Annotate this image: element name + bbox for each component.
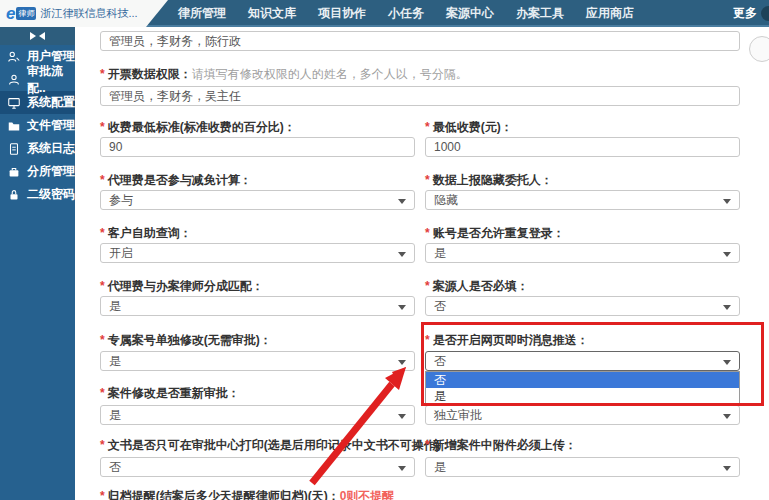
dropdown-caret-icon [398, 252, 406, 257]
dropdown-caret-icon [398, 199, 406, 204]
duplicate-login-label: *账号是否允许重复登录： [425, 225, 565, 242]
nav-item-case-tools[interactable]: 办案工具 [516, 5, 564, 22]
sidebar-item-system-log[interactable]: 系统日志 [0, 137, 75, 160]
lock-icon [7, 188, 21, 202]
app-logo: e 律师 浙江律联信息科技... [0, 0, 168, 27]
min-fee-input[interactable] [425, 137, 740, 157]
dropdown-caret-icon [723, 305, 731, 310]
hide-client-select[interactable]: 隐藏 [425, 190, 740, 210]
sidebar-item-label: 系统配置 [27, 94, 75, 111]
sidebar-collapse-button[interactable] [0, 27, 75, 45]
dropdown-caret-icon [723, 199, 731, 204]
archive-reminder-warning: 0则不提醒 [340, 489, 395, 500]
top-nav-menu: 律所管理 知识文库 项目协作 小任务 案源中心 办案工具 应用商店 [178, 0, 634, 27]
dropdown-caret-icon [723, 414, 731, 419]
dropdown-caret-icon [723, 252, 731, 257]
case-source-required-select[interactable]: 否 [425, 296, 740, 316]
duplicate-login-select[interactable]: 是 [425, 243, 740, 263]
sidebar-item-label: 审批流配.. [27, 63, 75, 97]
web-push-dropdown: 否 是 [425, 371, 740, 405]
fee-split-match-label: *代理费与办案律师分成匹配： [100, 278, 264, 295]
sidebar-item-approval-flow[interactable]: 审批流配.. [0, 68, 75, 91]
client-self-query-select[interactable]: 开启 [100, 243, 415, 263]
independent-approval-select[interactable]: 独立审批 [425, 405, 740, 425]
logo-badge: 律师 [16, 7, 36, 20]
case-source-required-label: *案源人是否必填： [425, 278, 529, 295]
dropdown-caret-icon [398, 360, 406, 365]
case-edit-reapproval-select[interactable]: 是 [100, 405, 415, 425]
web-push-select[interactable]: 否 [425, 351, 740, 371]
dropdown-caret-icon [723, 360, 731, 365]
nav-item-app-store[interactable]: 应用商店 [586, 5, 634, 22]
nav-item-knowledge-library[interactable]: 知识文库 [248, 5, 296, 22]
nav-item-project-collaboration[interactable]: 项目协作 [318, 5, 366, 22]
top-nav-right: 更多 [733, 0, 769, 27]
company-name: 浙江律联信息科技... [40, 6, 137, 21]
min-fee-label: *最低收费(元)： [425, 119, 513, 136]
dropdown-caret-icon [723, 466, 731, 471]
nav-item-firm-management[interactable]: 律所管理 [178, 5, 226, 22]
dropdown-option-yes[interactable]: 是 [426, 388, 739, 404]
sidebar: 用户管理 审批流配.. 系统配置 文件管理 系统日志 分所管理 二级密码 [0, 27, 75, 500]
avatar[interactable] [761, 6, 769, 21]
min-fee-standard-label: *收费最低标准(标准收费的百分比)： [100, 119, 296, 136]
archive-reminder-label: *归档提醒(结案后多少天提醒律师归档)(天)：0则不提醒 [100, 488, 394, 500]
sidebar-item-branch-management[interactable]: 分所管理 [0, 160, 75, 183]
invoice-permission-input[interactable] [100, 86, 740, 106]
hide-client-label: *数据上报隐藏委托人： [425, 172, 553, 189]
sidebar-item-label: 系统日志 [27, 140, 75, 157]
floating-widget-button[interactable] [749, 36, 769, 62]
top-nav: 律所管理 知识文库 项目协作 小任务 案源中心 办案工具 应用商店 更多 e 律… [0, 0, 769, 27]
document-print-select[interactable]: 否 [100, 457, 415, 477]
user-icon [7, 50, 21, 64]
invoice-permission-label: *开票数据权限：请填写有修改权限的人的姓名，多个人以，号分隔。 [100, 66, 468, 83]
client-self-query-label: *客户自助查询： [100, 225, 192, 242]
min-fee-standard-input[interactable] [100, 137, 415, 157]
fee-split-match-select[interactable]: 是 [100, 296, 415, 316]
sidebar-item-label: 二级密码 [27, 186, 75, 203]
invoice-permission-hint: 请填写有修改权限的人的姓名，多个人以，号分隔。 [192, 67, 468, 81]
log-icon [7, 142, 21, 156]
document-print-label: *文书是否只可在审批中心打印(选是后用印记录中文书不可操作)： [100, 437, 452, 454]
attachment-required-select[interactable]: 是 [425, 457, 740, 477]
required-marker: * [100, 67, 105, 81]
nav-item-small-tasks[interactable]: 小任务 [388, 5, 424, 22]
collapse-left-icon [39, 32, 45, 40]
admins-input[interactable] [100, 31, 740, 51]
case-number-edit-select[interactable]: 是 [100, 351, 415, 371]
sidebar-item-system-config[interactable]: 系统配置 [0, 91, 75, 114]
dropdown-caret-icon [398, 305, 406, 310]
collapse-right-icon [30, 32, 36, 40]
system-config-icon [7, 96, 21, 110]
sidebar-item-label: 分所管理 [27, 163, 75, 180]
case-number-edit-label: *专属案号单独修改(无需审批)： [100, 332, 272, 349]
logo-e-icon: e [6, 4, 15, 24]
more-button[interactable]: 更多 [733, 5, 757, 22]
dropdown-option-no[interactable]: 否 [426, 372, 739, 388]
attachment-required-label: *新增案件中附件必须上传： [425, 437, 577, 454]
nav-item-case-source-center[interactable]: 案源中心 [446, 5, 494, 22]
dropdown-caret-icon [398, 466, 406, 471]
web-push-label: *是否开启网页即时消息推送： [425, 332, 589, 349]
sidebar-item-label: 文件管理 [27, 117, 75, 134]
agency-fee-reduction-select[interactable]: 参与 [100, 190, 415, 210]
dropdown-caret-icon [398, 414, 406, 419]
agency-fee-reduction-label: *代理费是否参与减免计算： [100, 172, 252, 189]
branch-icon [7, 165, 21, 179]
app-window: 律所管理 知识文库 项目协作 小任务 案源中心 办案工具 应用商店 更多 e 律… [0, 0, 769, 500]
folder-icon [7, 119, 21, 133]
approval-flow-icon [7, 73, 21, 87]
sidebar-item-secondary-password[interactable]: 二级密码 [0, 183, 75, 206]
case-edit-reapproval-label: *案件修改是否重新审批： [100, 385, 240, 402]
sidebar-item-file-management[interactable]: 文件管理 [0, 114, 75, 137]
